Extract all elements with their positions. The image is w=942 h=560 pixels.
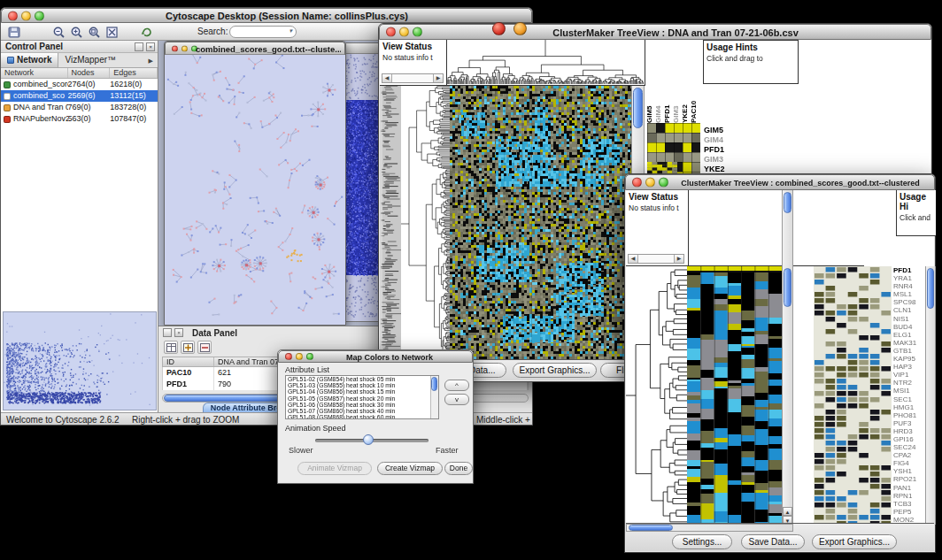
scroll-left-icon[interactable]: ◀ [382, 74, 392, 82]
minimize-icon[interactable] [21, 11, 31, 20]
network-canvas[interactable] [165, 55, 345, 325]
plugin-orange-circle-icon[interactable] [513, 22, 527, 35]
minimize-icon[interactable] [645, 178, 655, 188]
scroll-right-icon[interactable]: ▶ [674, 255, 683, 263]
scrollbar-thumb[interactable] [431, 377, 437, 391]
birdseye-canvas[interactable] [4, 312, 156, 410]
network-row[interactable]: DNA and Tran 07 769(0) 183728(0) [1, 102, 158, 113]
scrollbar-thumb[interactable] [784, 192, 791, 213]
gene-label[interactable]: GIM4 [704, 135, 729, 145]
scrollbar-thumb[interactable] [784, 268, 791, 307]
scrollbar-thumb[interactable] [633, 88, 643, 128]
attribute-list-item[interactable]: GPL51-08 (GSM868) heat shock 60 min [286, 414, 438, 419]
gene-label[interactable]: GPI16 [893, 435, 925, 443]
gene-label[interactable]: HAP3 [893, 363, 925, 371]
close-icon[interactable] [632, 178, 642, 188]
gene-tree-overview-canvas[interactable] [380, 86, 401, 362]
zoom-in-icon[interactable] [68, 25, 84, 39]
gene-label[interactable]: BUD4 [893, 323, 925, 331]
zoom-out-icon[interactable] [50, 25, 66, 39]
tab-network[interactable]: Network [1, 53, 58, 67]
scroll-left-icon[interactable]: ◀ [629, 255, 638, 263]
gene-label[interactable]: HRD3 [893, 427, 925, 435]
settings-button[interactable]: Settings... [672, 534, 732, 549]
gene-label[interactable]: CPA2 [893, 451, 925, 459]
attribute-select-icon[interactable] [164, 341, 178, 354]
close-icon[interactable] [285, 353, 292, 360]
gene-label[interactable]: SPC98 [893, 298, 925, 306]
heatmap-canvas[interactable] [450, 86, 631, 362]
gene-label[interactable]: PFD1 [893, 266, 925, 274]
zoom-fit-icon[interactable] [104, 25, 120, 39]
gene-label[interactable]: NIS1 [893, 315, 925, 323]
gene-label[interactable]: SEC24 [893, 443, 925, 451]
gene-label[interactable]: FIG4 [893, 459, 925, 467]
column-dendrogram-canvas[interactable] [447, 40, 644, 84]
search-input[interactable]: ▾ [229, 26, 297, 38]
gene-label[interactable]: RPN1 [893, 492, 925, 500]
hide-panel-icon[interactable]: × [174, 328, 183, 337]
gene-dendrogram-canvas[interactable] [401, 86, 450, 362]
slider-thumb[interactable] [363, 434, 374, 445]
gene-label[interactable]: YRA1 [893, 274, 925, 282]
minimize-icon[interactable] [181, 45, 188, 51]
birdseye-view[interactable] [3, 311, 157, 410]
move-up-button[interactable]: ^ [444, 380, 469, 391]
mini-scrollbar[interactable]: ◀ ▶ [382, 73, 444, 83]
treeview-dna-titlebar[interactable]: ClusterMaker TreeView : DNA and Tran 07-… [379, 24, 931, 40]
network-view-titlebar[interactable]: combined_scores_good.txt--cluste... [165, 42, 345, 55]
dialog-titlebar[interactable]: Map Colors to Network [278, 350, 473, 363]
move-down-button[interactable]: v [444, 394, 469, 405]
zoom-selected-icon[interactable] [86, 25, 102, 39]
gene-label[interactable]: PUF3 [893, 419, 925, 427]
gene-label[interactable]: YSH1 [893, 467, 925, 475]
zoom-icon[interactable] [306, 353, 313, 360]
hide-panel-icon[interactable]: × [146, 42, 155, 51]
column-vscrollbar[interactable] [782, 190, 793, 266]
float-panel-icon[interactable] [135, 42, 143, 51]
plugin-red-circle-icon[interactable] [492, 22, 506, 35]
heatmap-vscrollbar[interactable]: ▲ ▼ [782, 266, 793, 525]
gene-label[interactable]: MSL1 [893, 290, 925, 298]
save-session-icon[interactable] [6, 25, 22, 39]
refresh-view-icon[interactable] [139, 25, 155, 39]
zoom-heatmap-canvas[interactable] [814, 266, 892, 525]
save-data-button[interactable]: Save Data... [741, 534, 805, 549]
network-row[interactable]: RNAPuberNov2 563(0) 107847(0) [1, 113, 158, 125]
gene-label[interactable]: RPO21 [893, 475, 925, 483]
minimize-icon[interactable] [296, 353, 303, 360]
mini-scrollbar[interactable]: ◀ ▶ [628, 254, 684, 264]
gene-dendrogram-canvas[interactable] [626, 266, 687, 525]
main-titlebar[interactable]: Cytoscape Desktop (Session Name: collins… [1, 8, 532, 23]
attribute-list-vscrollbar[interactable] [430, 376, 438, 418]
gene-label[interactable]: GIM5 [704, 126, 729, 135]
scroll-right-icon[interactable]: ▶ [433, 74, 443, 82]
network-row-selected[interactable]: combined_sco 2569(6) 13112(15) [1, 90, 158, 102]
animate-vizmap-button[interactable]: Animate Vizmap [297, 462, 372, 475]
close-icon[interactable] [8, 11, 18, 20]
gene-label[interactable]: KAP95 [893, 355, 925, 363]
attribute-list-item[interactable]: GPL51-03 (GSM855) heat shock 10 min [286, 382, 438, 388]
zoom-heatmap-small-canvas[interactable] [647, 162, 677, 173]
export-graphics-button[interactable]: Export Graphics... [513, 363, 597, 378]
gene-label[interactable]: PFD1 [704, 145, 729, 155]
network-row[interactable]: combined_scores 2764(0) 16218(0) [1, 79, 158, 90]
network-view-window-background[interactable] [343, 42, 382, 322]
gene-label[interactable]: RNR4 [893, 282, 925, 290]
more-tabs-icon[interactable]: ▶ [144, 53, 158, 67]
gene-label[interactable]: GIM3 [704, 155, 729, 165]
gene-label[interactable]: MAK31 [893, 339, 925, 347]
gene-list-vscrollbar[interactable] [925, 266, 936, 525]
gene-label[interactable]: SEC1 [893, 395, 925, 403]
attribute-create-icon[interactable] [181, 341, 195, 354]
dense-network-canvas[interactable] [344, 54, 381, 321]
gene-label[interactable]: MSI1 [893, 387, 925, 395]
minimize-icon[interactable] [399, 27, 409, 37]
gene-label[interactable]: PEP5 [893, 508, 925, 516]
gene-label[interactable]: TCB3 [893, 500, 925, 508]
network-view-titlebar[interactable] [344, 43, 381, 54]
attribute-list-item[interactable]: GPL51-02 (GSM854) heat shock 05 min [286, 376, 438, 382]
zoom-icon[interactable] [413, 27, 422, 37]
gene-label[interactable]: ELG1 [893, 331, 925, 339]
gene-label[interactable]: PHO81 [893, 411, 925, 419]
